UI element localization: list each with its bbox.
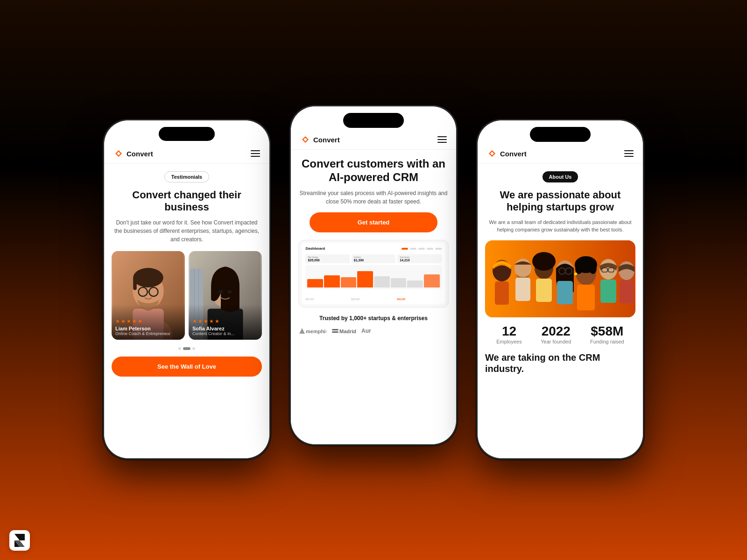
- team-photo: [485, 240, 635, 317]
- stat-founded-label: Year founded: [541, 339, 571, 344]
- stats-row: 12 Employees 2022 Year founded $58M Fund…: [485, 325, 635, 344]
- dash-chart: [305, 265, 441, 289]
- svg-point-39: [574, 273, 577, 275]
- nav-logo-text-left: Convert: [127, 150, 153, 158]
- testimonial-grid: ★ ★ ★ ★ ★ Liam Peterson Online Coach & E…: [112, 251, 262, 340]
- dash-metric-1: Net Stage $35,000: [305, 254, 349, 263]
- phone-screen-left: Convert Testimonials Convert changed the…: [104, 120, 269, 458]
- chart-bar: [391, 278, 407, 287]
- convert-logo-icon-center: [300, 134, 310, 145]
- about-footer-title: We are taking on the CRM industry.: [485, 352, 635, 374]
- convert-logo-icon-right: [487, 148, 497, 159]
- phone1-content: Testimonials Convert changed their busin…: [104, 164, 269, 458]
- dynamic-island-right: [530, 127, 591, 142]
- nav-logo-text-right: Convert: [500, 150, 527, 158]
- svg-rect-34: [557, 281, 573, 304]
- svg-rect-47: [620, 280, 634, 303]
- dash-title: Dashboard: [305, 246, 325, 251]
- phone-left: Convert Testimonials Convert changed the…: [103, 119, 271, 460]
- hamburger-menu-center[interactable]: [437, 136, 447, 143]
- trusted-text: Trusted by 1,000+ startups & enterprises: [298, 315, 449, 322]
- svg-point-4: [133, 268, 163, 287]
- svg-rect-19: [332, 329, 338, 330]
- stat-funding-label: Funding raised: [590, 339, 624, 344]
- chart-bar: [307, 279, 323, 287]
- dashboard-inner: Dashboard Net Stage: [302, 243, 445, 304]
- card2-stars: ★ ★ ★ ★ ★: [192, 318, 258, 324]
- phone2-content: Convert customers with an AI-powered CRM…: [291, 150, 456, 444]
- trusted-section: Trusted by 1,000+ startups & enterprises…: [298, 315, 449, 336]
- logo-madrid: Madrid: [331, 326, 357, 336]
- phone-screen-right: Convert About Us We are passionate about…: [478, 120, 643, 458]
- stat-employees-label: Employees: [496, 339, 521, 344]
- stat-funding-number: $58M: [590, 325, 624, 338]
- person2-name: Sofia Alvarez: [192, 326, 258, 331]
- nav-logo-center: Convert: [300, 134, 340, 145]
- person1-role: Online Coach & Entrepreneur: [115, 331, 181, 336]
- framer-icon: [14, 534, 25, 547]
- phone-center: Convert Convert customers with an AI-pow…: [289, 105, 458, 446]
- svg-rect-45: [600, 280, 616, 303]
- stat-funding: $58M Funding raised: [590, 325, 624, 344]
- logo-aur: Aur: [361, 328, 371, 334]
- svg-rect-29: [536, 279, 552, 302]
- phone-right: Convert About Us We are passionate about…: [476, 119, 644, 460]
- svg-text:memphis.: memphis.: [306, 329, 326, 334]
- phone1-subtitle: Don't just take our word for it. See how…: [112, 218, 262, 244]
- svg-marker-17: [299, 328, 305, 334]
- dash-metric-2: Orders $1,300: [352, 254, 395, 263]
- phone-screen-center: Convert Convert customers with an AI-pow…: [291, 106, 456, 444]
- dash-metric-3: Summary 14,210: [397, 254, 441, 263]
- scroll-indicator: [112, 347, 262, 350]
- phone2-hero-subtitle: Streamline your sales process with AI-po…: [298, 189, 449, 206]
- chart-bar: [424, 274, 440, 287]
- dashboard-preview: Dashboard Net Stage: [298, 240, 449, 308]
- svg-point-38: [589, 263, 597, 274]
- wall-of-love-button[interactable]: See the Wall of Love: [112, 357, 262, 377]
- testimonial-card-1: ★ ★ ★ ★ ★ Liam Peterson Online Coach & E…: [112, 251, 185, 340]
- svg-rect-5: [133, 277, 137, 290]
- chart-bar: [324, 275, 340, 287]
- svg-rect-20: [332, 331, 338, 333]
- nav-logo-text-center: Convert: [313, 136, 340, 144]
- svg-rect-26: [515, 278, 530, 301]
- team-photo-svg: [485, 240, 635, 317]
- stat-founded: 2022 Year founded: [541, 325, 571, 344]
- testimonials-badge: Testimonials: [164, 171, 209, 182]
- nav-logo-left: Convert: [113, 148, 153, 159]
- about-title: We are passionate about helping startups…: [485, 189, 635, 214]
- dash-header: Dashboard: [305, 246, 441, 251]
- chart-bar: [407, 280, 423, 287]
- metric1-value: $35,000: [308, 259, 347, 262]
- phone3-content: About Us We are passionate about helping…: [478, 164, 643, 458]
- chart-bar: [374, 276, 390, 287]
- stat-employees-number: 12: [496, 325, 521, 338]
- dynamic-island-left: [159, 127, 215, 141]
- card2-overlay: ★ ★ ★ ★ ★ Sofia Alvarez Content Creator …: [189, 304, 262, 340]
- hamburger-menu-right[interactable]: [624, 150, 634, 157]
- stat-employees: 12 Employees: [496, 325, 521, 344]
- svg-point-15: [218, 290, 223, 294]
- svg-point-37: [575, 263, 583, 274]
- get-started-button[interactable]: Get started: [310, 212, 437, 232]
- testimonial-card-2: ★ ★ ★ ★ ★ Sofia Alvarez Content Creator …: [189, 251, 262, 340]
- phones-container: Convert Testimonials Convert changed the…: [0, 0, 747, 560]
- chart-bar: [341, 277, 357, 287]
- svg-rect-24: [495, 281, 509, 305]
- phone1-title: Convert changed their business: [112, 189, 262, 214]
- about-us-badge: About Us: [543, 171, 578, 182]
- stat-founded-number: 2022: [541, 325, 571, 338]
- svg-rect-40: [577, 285, 595, 310]
- framer-badge: [9, 530, 30, 551]
- dynamic-island-center: [343, 113, 404, 128]
- card1-overlay: ★ ★ ★ ★ ★ Liam Peterson Online Coach & E…: [112, 304, 185, 340]
- person2-role: Content Creator & In...: [192, 331, 258, 336]
- logos-row: memphis. Madrid Aur: [298, 326, 449, 336]
- svg-point-16: [227, 290, 232, 294]
- logo-memphis: memphis.: [298, 326, 326, 336]
- dash-metrics: Net Stage $35,000 Orders $1,300 Summary …: [305, 254, 441, 263]
- svg-text:Madrid: Madrid: [339, 329, 356, 334]
- person1-name: Liam Peterson: [115, 326, 181, 331]
- hamburger-menu-left[interactable]: [251, 150, 260, 157]
- convert-logo-icon: [113, 148, 124, 159]
